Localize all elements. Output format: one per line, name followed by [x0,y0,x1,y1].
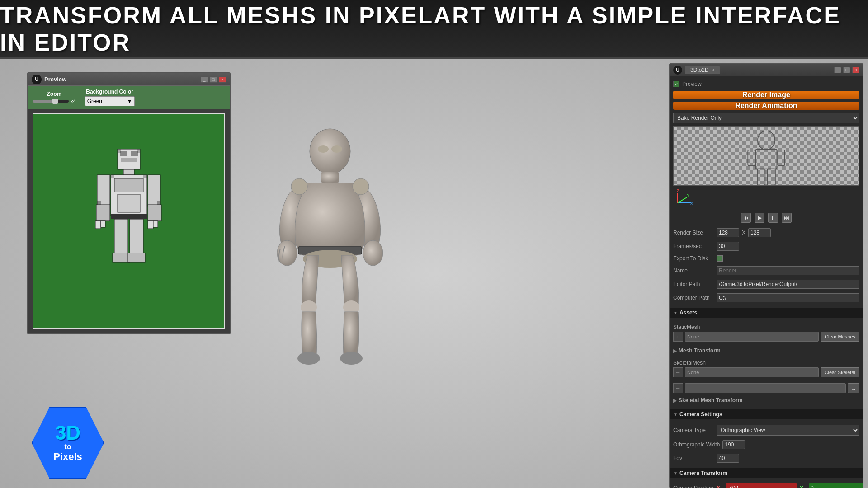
titlebar-left: U Preview [32,75,66,84]
svg-point-33 [363,240,383,266]
media-pause-btn[interactable]: ⏸ [768,213,778,223]
axis-svg: X Z Y [673,189,696,207]
skeletal-mesh-arrow-btn[interactable]: ← [673,367,683,377]
computer-path-input[interactable] [717,293,859,302]
name-label: Name [673,267,714,274]
panel-title-left: U 3Dto2D × [673,66,720,75]
skeletal-sub-input[interactable] [685,383,846,393]
logo-pixels-text: Pixels [53,451,82,463]
frames-sec-input[interactable] [717,242,739,251]
static-mesh-label: StaticMesh [673,324,859,330]
assets-section-header: ▼ Assets [670,308,863,318]
svg-point-39 [291,178,307,195]
svg-point-28 [318,145,329,153]
svg-rect-18 [130,219,143,255]
camera-settings-arrow-icon: ▼ [673,412,678,417]
skeletal-sub-arrow-btn[interactable]: ← [673,383,683,393]
preview-area [673,126,859,186]
camera-position-label: Camera Position [673,485,714,488]
editor-path-row: Editor Path [673,279,859,290]
render-size-w-input[interactable] [717,228,739,237]
right-panel: U 3Dto2D × _ □ × ✓ Preview Render [669,63,863,488]
skeletal-mesh-label: SkeletalMesh [673,360,859,366]
panel-body: ✓ Preview Render Image Render Animation … [670,76,863,488]
render-animation-button[interactable]: Render Animation [673,102,859,110]
minimize-button[interactable]: _ [201,76,208,83]
svg-rect-24 [143,175,147,178]
dropdown-arrow-icon: ▼ [127,98,132,104]
bg-color-dropdown[interactable]: Green ▼ [85,96,135,106]
3d-figure-svg [262,115,398,386]
panel-close-btn[interactable]: × [852,67,859,73]
panel-maximize-btn[interactable]: □ [843,67,850,73]
assets-arrow-icon: ▼ [673,310,678,315]
svg-rect-4 [123,169,134,175]
preview-window: U Preview _ □ × Zoom x4 [27,72,231,334]
fov-row: Fov [673,453,859,464]
render-size-label: Render Size [673,230,714,236]
panel-minimize-btn[interactable]: _ [834,67,841,73]
zoom-value: x4 [71,99,76,104]
logo-badge: 3D to Pixels [32,407,104,479]
preview-checkbox[interactable]: ✓ [673,81,679,87]
preview-render-image [737,127,796,185]
render-image-button[interactable]: Render Image [673,91,859,99]
zoom-slider[interactable] [33,100,69,103]
panel-ue-logo: U [673,66,682,75]
camera-position-label-row: Camera Position X Y Z Reset [673,483,859,488]
svg-rect-19 [113,253,130,262]
panel-tab[interactable]: 3Dto2D × [685,66,720,74]
skeletal-transform-label: Skeletal Mesh Transform [679,397,742,404]
media-skip-fwd-btn[interactable]: ⏭ [782,213,792,223]
fov-input[interactable] [717,454,739,463]
window-titlebar: U Preview _ □ × [28,73,230,86]
skeletal-mesh-transform-header: ▶ Skeletal Mesh Transform [673,396,859,405]
svg-text:Y: Y [687,193,689,197]
skeletal-mesh-row: ← Clear Skeletal [673,367,859,377]
skeletal-transform-arrow-icon: ▶ [673,398,677,403]
panel-tab-label: 3Dto2D [690,67,709,73]
panel-tab-close-icon[interactable]: × [712,67,714,73]
render-size-h-input[interactable] [748,228,771,237]
bake-render-dropdown[interactable]: Bake Render Only [673,113,859,123]
bg-color-group: Background Color Green ▼ [85,89,135,106]
svg-rect-23 [111,175,114,178]
bg-color-value: Green [87,98,102,104]
svg-rect-10 [96,205,110,221]
clear-meshes-button[interactable]: Clear Meshes [821,332,859,342]
ortho-width-input[interactable] [722,440,745,449]
top-banner: TRANSFORM ALL MESHS IN PIXELART WITH A S… [0,0,868,59]
camera-type-label: Camera Type [673,427,714,433]
svg-rect-3 [121,158,137,162]
maximize-button[interactable]: □ [210,76,217,83]
logo-3d-text: 3D [55,423,80,443]
close-button[interactable]: × [219,76,226,83]
camera-type-dropdown[interactable]: Orthographic View [717,425,859,436]
svg-rect-13 [95,221,101,229]
name-input[interactable] [717,266,859,275]
export-disk-checkbox[interactable] [717,255,723,262]
cam-pos-x-input[interactable] [726,483,797,488]
axis-indicator: X Z Y [673,188,859,208]
editor-path-input[interactable] [717,280,859,289]
assets-header-label: Assets [679,310,697,316]
pixel-art-robot [88,140,170,303]
main-content: U Preview _ □ × Zoom x4 [0,59,868,488]
skeletal-sub-clear-btn[interactable]: ... [848,383,859,393]
cam-pos-y-input[interactable] [809,483,863,488]
camera-settings-header: ▼ Camera Settings [670,409,863,419]
media-play-btn[interactable]: ▶ [755,213,764,223]
clear-skeletal-button[interactable]: Clear Skeletal [821,367,859,377]
cam-pos-y-label: Y [800,485,806,488]
x-separator: X [742,230,745,236]
svg-rect-15 [148,221,153,229]
svg-rect-20 [128,253,145,262]
static-mesh-input[interactable] [685,332,819,342]
media-controls-row: ⏮ ▶ ⏸ ⏭ [673,211,859,225]
export-disk-row: Export To Disk [673,254,859,263]
static-mesh-arrow-btn[interactable]: ← [673,332,683,342]
static-mesh-row: ← Clear Meshes [673,332,859,342]
preview-toolbar: Zoom x4 Background Color Green ▼ [28,86,230,109]
media-skip-back-btn[interactable]: ⏮ [741,213,751,223]
skeletal-mesh-input[interactable] [685,367,819,377]
